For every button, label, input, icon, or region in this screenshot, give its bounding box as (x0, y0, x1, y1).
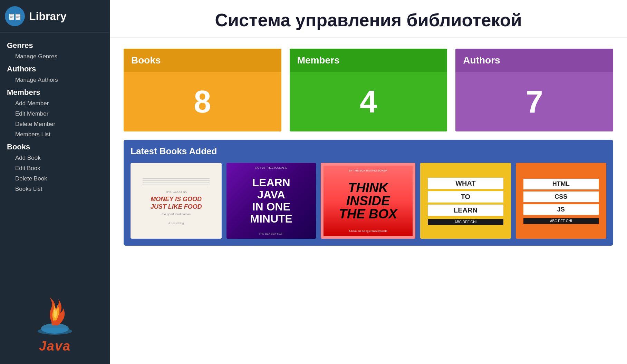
sidebar-section-books[interactable]: Books (0, 140, 110, 153)
latest-books-title: Latest Books Added (131, 146, 606, 157)
svg-rect-8 (16, 16, 20, 17)
stat-members-value: 4 (290, 72, 447, 131)
book1-subtitle: the good food comes (162, 213, 191, 216)
book2-title: LEARNJAVAIN ONEMINUTE (250, 177, 292, 225)
book4-badge: ABC DEF GHI (428, 219, 503, 225)
stat-authors-value: 7 (455, 72, 613, 131)
book5-word-1: HTML (523, 179, 599, 189)
svg-rect-7 (16, 14, 20, 15)
sidebar-item-delete-member[interactable]: Delete Member (0, 119, 110, 129)
sidebar-item-add-member[interactable]: Add Member (0, 98, 110, 109)
book3-subtitle: A book on being creative/potato (349, 229, 387, 233)
svg-point-11 (38, 328, 72, 335)
book2-top-text: NOT BY TRESTCUMARE (255, 166, 287, 169)
book4-word-3: LEARN (428, 205, 503, 216)
sidebar-item-delete-book[interactable]: Delete Book (0, 174, 110, 184)
sidebar-logo: Library (0, 0, 110, 33)
sidebar-section-authors[interactable]: Authors (0, 62, 110, 75)
book1-title: MONEY IS GOODJUST LIKE FOOD (151, 196, 202, 210)
book3-title: THINKINSIDETHE BOX (339, 181, 397, 220)
java-logo: Java (0, 287, 110, 364)
svg-rect-4 (10, 14, 13, 15)
stat-members-label: Members (290, 49, 447, 72)
page-title: Система управления библиотекой (124, 10, 613, 30)
book5-word-3: JS (523, 204, 599, 215)
book-cover-4[interactable]: WHAT TO LEARN ABC DEF GHI (420, 163, 511, 239)
sidebar-item-books-list[interactable]: Books List (0, 184, 110, 194)
java-label: Java (39, 339, 71, 354)
library-icon (5, 6, 25, 26)
stat-card-books[interactable]: Books 8 (124, 49, 281, 131)
sidebar-section-genres[interactable]: Genres (0, 38, 110, 51)
book5-badge: ABC DEF GHI (523, 218, 599, 224)
stat-books-value: 8 (124, 72, 281, 131)
sidebar-title: Library (29, 10, 66, 23)
sidebar-item-members-list[interactable]: Members List (0, 129, 110, 140)
book1-pre-title: THE GOOD BK (165, 190, 187, 194)
book4-word-2: TO (428, 191, 503, 203)
stat-authors-label: Authors (455, 49, 613, 72)
book-cover-1[interactable]: THE GOOD BK MONEY IS GOODJUST LIKE FOOD … (131, 163, 222, 239)
sidebar-item-manage-authors[interactable]: Manage Authors (0, 75, 110, 85)
stat-card-authors[interactable]: Authors 7 (455, 49, 613, 131)
sidebar: Library Genres Manage Genres Authors Man… (0, 0, 110, 364)
main-content: Система управления библиотекой Books 8 M… (110, 0, 627, 364)
book3-author: BY THE BOX BOXING BOXER (349, 169, 387, 172)
svg-rect-5 (10, 16, 13, 17)
book-cover-3[interactable]: BY THE BOX BOXING BOXER THINKINSIDETHE B… (321, 163, 415, 239)
stats-row: Books 8 Members 4 Authors 7 (110, 38, 627, 140)
book5-word-2: CSS (523, 191, 599, 202)
book1-footer: & something (168, 222, 184, 225)
page-header: Система управления библиотекой (110, 0, 627, 38)
sidebar-section-members[interactable]: Members (0, 85, 110, 98)
book-cover-5[interactable]: HTML CSS JS ABC DEF GHI (516, 163, 606, 239)
sidebar-item-edit-book[interactable]: Edit Book (0, 163, 110, 174)
book-cover-2[interactable]: NOT BY TRESTCUMARE LEARNJAVAIN ONEMINUTE… (226, 163, 316, 239)
sidebar-item-manage-genres[interactable]: Manage Genres (0, 51, 110, 62)
book-decorative-lines (143, 177, 210, 187)
svg-rect-6 (10, 17, 12, 18)
book2-bottom-text: THE BLA BLA TEXT (259, 232, 283, 235)
svg-rect-2 (9, 12, 14, 14)
sidebar-item-add-book[interactable]: Add Book (0, 153, 110, 163)
sidebar-navigation: Genres Manage Genres Authors Manage Auth… (0, 33, 110, 287)
svg-rect-9 (16, 17, 19, 18)
book4-dots-top (420, 163, 511, 170)
stat-card-members[interactable]: Members 4 (290, 49, 447, 131)
latest-books-section: Latest Books Added THE GOOD BK MONEY IS … (124, 140, 613, 246)
books-grid: THE GOOD BK MONEY IS GOODJUST LIKE FOOD … (131, 163, 606, 239)
java-flame-icon (32, 294, 77, 339)
book4-word-1: WHAT (428, 178, 503, 189)
stat-books-label: Books (124, 49, 281, 72)
sidebar-item-edit-member[interactable]: Edit Member (0, 109, 110, 119)
svg-rect-3 (16, 12, 20, 14)
